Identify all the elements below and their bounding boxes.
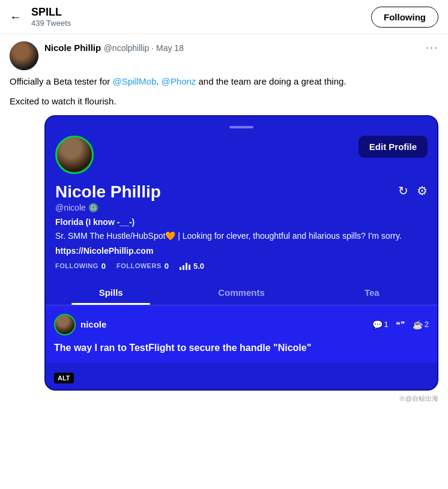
tweet-author-row: Nicole Phillip @ncolphillip · May 18 ··· [44, 41, 438, 54]
spill-post-header: nicole 💬 1 ❝❞ ☕ 2 [54, 314, 429, 335]
comment-icon: 💬 [372, 320, 383, 329]
tab-comments[interactable]: Comments [176, 280, 306, 305]
profile-stats: FOLLOWING 0 FOLLOWERS 0 [55, 262, 428, 271]
back-button[interactable]: ← [10, 10, 22, 24]
mention-phonz[interactable]: @Phonz [162, 76, 196, 86]
following-count: 0 [101, 262, 106, 271]
following-button[interactable]: Following [371, 7, 438, 28]
edit-profile-button[interactable]: Edit Profile [359, 136, 428, 158]
avatar [10, 41, 38, 70]
repost-icon: ☕ [413, 320, 423, 329]
tweet-header: Nicole Phillip @ncolphillip · May 18 ··· [10, 41, 438, 70]
handle-bar [229, 126, 253, 128]
profile-top-row: Edit Profile [55, 136, 428, 174]
quote-action[interactable]: ❝❞ [396, 320, 405, 329]
tweet-meta: Nicole Phillip @ncolphillip · May 18 ··· [44, 41, 438, 54]
quote-icon: ❝❞ [396, 320, 405, 329]
following-stat: FOLLOWING 0 [55, 262, 106, 271]
header-title: SPILL [31, 6, 371, 19]
rating-stat: 5.0 [180, 262, 204, 271]
profile-location: Florida (I know -__-) [55, 217, 428, 227]
comment-action[interactable]: 💬 1 [372, 320, 389, 329]
spill-post-author: nicole [80, 319, 106, 329]
repost-count: 2 [425, 320, 429, 329]
tweet-text-extra: Excited to watch it flourish. [10, 95, 438, 109]
profile-icons: ↻ ⚙ [398, 184, 428, 198]
spill-post-avatar [54, 314, 76, 335]
header-subtitle: 439 Tweets [31, 19, 371, 28]
followers-label: FOLLOWERS [117, 262, 162, 269]
spill-card: Edit Profile Nicole Phillip ↻ ⚙ @nicole … [44, 115, 438, 391]
tweet-author: Nicole Phillip [44, 43, 101, 53]
spill-post-author-row: nicole [54, 314, 106, 335]
followers-count: 0 [165, 262, 169, 271]
tab-tea[interactable]: Tea [307, 280, 437, 305]
header-info: SPILL 439 Tweets [31, 6, 371, 28]
mention-spillmob[interactable]: @SpillMob [112, 76, 156, 86]
tweet-handle-date: @ncolphillip · May 18 [104, 43, 184, 53]
spill-post: nicole 💬 1 ❝❞ ☕ 2 [46, 305, 437, 363]
bars-icon [180, 262, 190, 270]
followers-stat: FOLLOWERS 0 [117, 262, 169, 271]
tweet-container: Nicole Phillip @ncolphillip · May 18 ···… [0, 34, 448, 410]
tab-spills[interactable]: Spills [46, 280, 176, 305]
app-header: ← SPILL 439 Tweets Following [0, 0, 448, 34]
profile-bio: Sr. SMM The Hustle/HubSpot🧡 | Looking fo… [55, 230, 428, 242]
gear-icon[interactable]: ⚙ [417, 184, 428, 198]
profile-avatar [55, 136, 94, 174]
spill-post-text: The way I ran to TestFlight to secure th… [54, 341, 429, 355]
alt-section: ALT [46, 363, 437, 389]
profile-link[interactable]: https://NicolePhillip.com [55, 246, 428, 256]
tweet-author-info: Nicole Phillip @ncolphillip · May 18 [44, 43, 184, 53]
spill-post-actions: 💬 1 ❝❞ ☕ 2 [372, 320, 429, 329]
spill-tabs: Spills Comments Tea [46, 280, 437, 305]
following-label: FOLLOWING [55, 262, 98, 269]
profile-name-row: Nicole Phillip ↻ ⚙ [55, 179, 428, 203]
profile-handle: @nicole ♎ [55, 203, 428, 212]
tweet-text: Officially a Beta tester for @SpillMob. … [10, 75, 438, 89]
comment-count: 1 [384, 320, 389, 329]
rating-value: 5.0 [193, 262, 204, 271]
alt-badge: ALT [54, 373, 74, 383]
watermark: ※@自鲸出海 [10, 394, 438, 403]
refresh-icon[interactable]: ↻ [398, 184, 408, 198]
repost-action[interactable]: ☕ 2 [413, 320, 429, 329]
spill-profile-section: Edit Profile Nicole Phillip ↻ ⚙ @nicole … [46, 116, 437, 280]
profile-name: Nicole Phillip [55, 182, 161, 202]
tweet-more-button[interactable]: ··· [426, 41, 438, 54]
